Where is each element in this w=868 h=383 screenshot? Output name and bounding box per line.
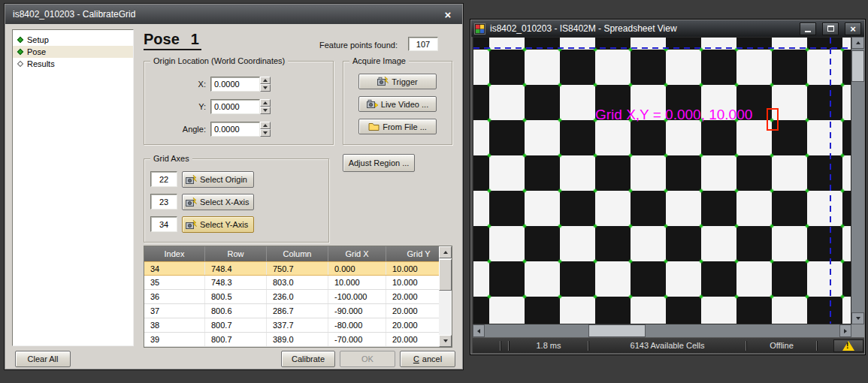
- x-spinner: [260, 77, 271, 92]
- connection-status: Offline: [747, 338, 816, 353]
- table-cell: 10.000: [328, 276, 386, 289]
- scrollbar-thumb[interactable]: [439, 259, 452, 291]
- from-file-button[interactable]: From File ...: [358, 119, 437, 134]
- group-title: Origin Location (World Coordinates): [150, 56, 288, 65]
- sidebar-item-setup[interactable]: Setup: [13, 34, 133, 46]
- table-row[interactable]: 37 800.6 286.7 -90.000 20.000: [144, 304, 452, 318]
- minimize-button[interactable]: [800, 23, 816, 35]
- spin-up-button[interactable]: [260, 122, 271, 129]
- scroll-right-button[interactable]: [839, 324, 851, 337]
- up-arrow-icon: [443, 251, 448, 254]
- scrollbar-thumb[interactable]: [588, 324, 646, 337]
- table-row[interactable]: 36 800.5 236.0 -100.000 20.000: [144, 290, 452, 304]
- spin-down-button[interactable]: [260, 107, 271, 114]
- feature-points-table: Index Row Column Grid X Grid Y 34 748.4 …: [144, 246, 452, 348]
- button-label: Calibrate: [292, 354, 325, 363]
- select-x-axis-button[interactable]: Select X-Axis: [182, 194, 254, 210]
- table-row[interactable]: 39 800.7 389.0 -70.000 20.000: [144, 333, 452, 347]
- acquisition-time-status: 1.8 ms: [510, 338, 588, 353]
- feature-points-value: 107: [408, 37, 438, 51]
- vertical-scrollbar[interactable]: [851, 37, 864, 324]
- table-cell: 800.6: [205, 304, 267, 318]
- warning-button[interactable]: !: [833, 339, 863, 352]
- x-axis-cell-field[interactable]: 23: [150, 194, 177, 210]
- acquire-image-group: Acquire Image Trigger Live Video ...: [343, 61, 452, 145]
- select-origin-button[interactable]: Select Origin: [182, 171, 254, 188]
- table-row-selected[interactable]: 34 748.4 750.7 0.000 10.000: [144, 261, 452, 276]
- select-y-axis-button[interactable]: Select Y-Axis: [182, 216, 254, 233]
- sidebar-item-pose[interactable]: Pose: [13, 46, 133, 58]
- grid-axes-group: Grid Axes 22 Select Origin 23 Select X-A…: [144, 158, 329, 243]
- available-cells-status: 6143 Available Cells: [589, 338, 746, 353]
- group-title: Acquire Image: [349, 56, 409, 65]
- grid-x-axis-line: [473, 47, 851, 49]
- adjust-region-button[interactable]: Adjust Region ...: [343, 154, 415, 172]
- calibrate-button[interactable]: Calibrate: [281, 351, 335, 367]
- down-arrow-icon: [263, 131, 268, 134]
- diamond-bullet-icon: [17, 61, 23, 67]
- spin-down-button[interactable]: [260, 84, 271, 92]
- origin-cell-field[interactable]: 22: [150, 171, 177, 187]
- y-axis-cell-field[interactable]: 34: [150, 216, 177, 232]
- spin-up-button[interactable]: [260, 99, 271, 107]
- clear-all-button[interactable]: Clear All: [15, 351, 71, 367]
- grid-y-axis-line: [830, 38, 831, 324]
- table-row[interactable]: 35 748.3 803.0 10.000 10.000: [144, 276, 452, 290]
- table-scrollbar[interactable]: [439, 246, 452, 347]
- table-header-cell: Grid X: [328, 246, 386, 261]
- grid-xy-overlay-label: Grid X,Y = 0.000, 10.000: [595, 107, 752, 123]
- close-button[interactable]: ×: [845, 23, 861, 35]
- table-cell: 389.0: [267, 333, 328, 346]
- table-cell: 800.7: [205, 333, 267, 346]
- group-title: Grid Axes: [150, 154, 192, 163]
- live-video-button[interactable]: Live Video ...: [358, 96, 437, 112]
- table-header-cell: Row: [205, 246, 267, 261]
- status-separator: [816, 341, 818, 351]
- button-label: Select Y-Axis: [200, 220, 248, 229]
- x-field[interactable]: 0.0000: [210, 77, 260, 92]
- spin-up-button[interactable]: [260, 77, 271, 84]
- selected-point-marker: [767, 108, 779, 131]
- right-arrow-icon: [844, 329, 847, 333]
- tree-item-label: Pose: [27, 47, 46, 56]
- up-arrow-icon: [263, 124, 268, 127]
- y-field[interactable]: 0.0000: [210, 99, 260, 114]
- button-label: Trigger: [392, 77, 417, 86]
- scroll-up-button[interactable]: [851, 37, 864, 49]
- table-cell: 35: [144, 276, 205, 289]
- origin-location-group: Origin Location (World Coordinates) X: 0…: [144, 61, 334, 145]
- scroll-left-button[interactable]: [473, 324, 485, 337]
- trigger-button[interactable]: Trigger: [358, 74, 437, 89]
- maximize-button[interactable]: [822, 23, 839, 35]
- table-row[interactable]: 38 800.7 337.7 -80.000 20.000: [144, 318, 452, 333]
- scroll-up-button[interactable]: [439, 246, 452, 258]
- window-title: is8402_010203 - IS8402M - Spreadsheet Vi…: [490, 23, 794, 34]
- checkerboard-calibration-image: [473, 38, 851, 324]
- button-label: Adjust Region ...: [349, 158, 410, 167]
- scroll-down-button[interactable]: [439, 335, 452, 347]
- button-label: OK: [361, 354, 374, 363]
- scroll-down-button[interactable]: [851, 312, 864, 324]
- calibrategrid-titlebar[interactable]: is8402_010203 - CalibrateGrid ×: [5, 5, 462, 24]
- button-label: Live Video ...: [381, 100, 428, 109]
- table-cell: 236.0: [267, 290, 328, 303]
- ok-button[interactable]: OK: [340, 351, 395, 367]
- live-video-icon: [367, 98, 378, 110]
- maximize-icon: [827, 26, 834, 32]
- table-header: Index Row Column Grid X Grid Y: [144, 246, 452, 261]
- sidebar-item-results[interactable]: Results: [13, 58, 133, 70]
- spreadsheet-titlebar[interactable]: is8402_010203 - IS8402M - Spreadsheet Vi…: [471, 20, 864, 37]
- button-label: Select X-Axis: [200, 198, 249, 207]
- left-arrow-icon: [477, 329, 480, 333]
- y-label: Y:: [150, 102, 206, 111]
- scrollbar-thumb[interactable]: [851, 50, 864, 82]
- close-icon[interactable]: ×: [441, 8, 455, 21]
- camera-image-view[interactable]: Grid X,Y = 0.000, 10.000: [473, 37, 851, 324]
- angle-field[interactable]: 0.0000: [210, 122, 260, 137]
- table-cell: 337.7: [267, 318, 328, 332]
- horizontal-scrollbar[interactable]: [473, 324, 851, 337]
- desktop: is8402_010203 - CalibrateGrid × Setup Po…: [0, 0, 868, 383]
- cancel-button[interactable]: Cancel: [400, 351, 455, 367]
- table-cell: 748.3: [205, 276, 267, 289]
- spin-down-button[interactable]: [260, 129, 271, 137]
